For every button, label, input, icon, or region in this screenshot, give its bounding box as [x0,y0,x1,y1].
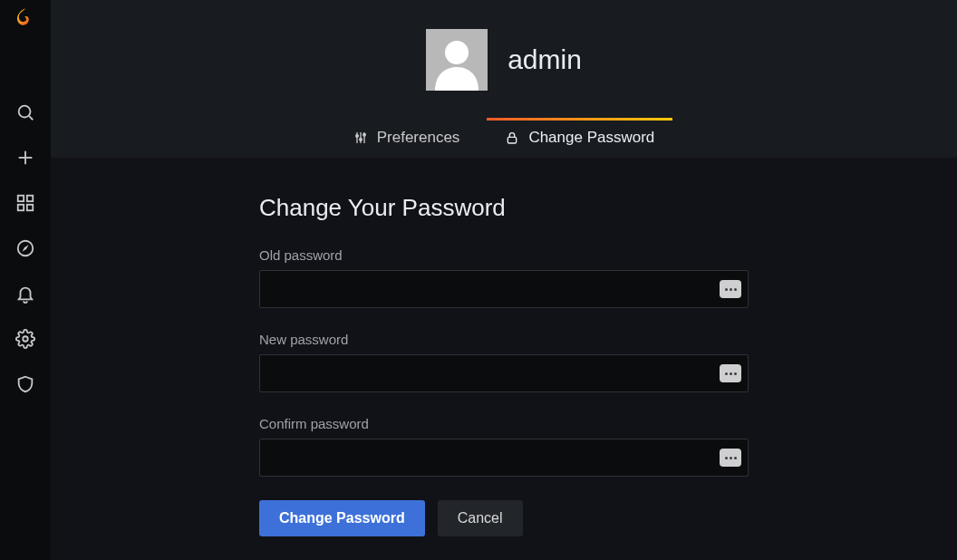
main-content: admin Preferences [51,0,957,560]
svg-rect-7 [27,205,33,210]
tab-label: Change Password [528,129,654,147]
svg-point-14 [355,135,358,138]
page-header: admin Preferences [51,0,957,158]
password-manager-icon[interactable] [720,364,741,382]
compass-icon[interactable] [14,237,36,259]
form-title: Change Your Password [259,194,749,222]
page-title: admin [508,44,582,75]
change-password-button[interactable]: Change Password [259,500,425,536]
sliders-icon [353,130,368,145]
confirm-password-input[interactable] [259,439,749,477]
svg-point-12 [445,41,469,64]
password-manager-icon[interactable] [720,449,741,467]
tab-label: Preferences [377,129,460,147]
dashboards-icon[interactable] [14,192,36,214]
bell-icon[interactable] [14,283,36,304]
confirm-password-label: Confirm password [259,416,749,431]
cancel-button[interactable]: Cancel [438,500,523,536]
lock-icon [505,130,519,145]
shield-icon[interactable] [14,373,36,395]
avatar [426,29,488,91]
gear-icon[interactable] [14,328,36,350]
search-icon[interactable] [14,101,36,123]
svg-point-16 [359,139,362,141]
tab-change-password[interactable]: Change Password [487,118,672,158]
svg-marker-9 [22,245,28,251]
change-password-form: Change Your Password Old password New pa… [259,194,749,536]
old-password-input[interactable] [259,270,749,308]
grafana-logo[interactable] [12,5,39,33]
tab-preferences[interactable]: Preferences [335,118,478,158]
new-password-input[interactable] [259,354,749,392]
svg-point-18 [362,133,365,136]
password-manager-icon[interactable] [720,280,741,298]
old-password-label: Old password [259,247,749,263]
svg-point-0 [19,106,31,118]
svg-rect-19 [508,137,517,143]
plus-icon[interactable] [14,147,36,169]
svg-rect-4 [18,196,24,201]
new-password-label: New password [259,332,749,347]
sidebar [0,0,51,560]
svg-rect-5 [27,196,33,201]
tabs: Preferences Change Password [51,118,957,158]
svg-rect-6 [18,205,24,210]
svg-line-1 [29,116,33,120]
svg-point-10 [23,336,28,342]
